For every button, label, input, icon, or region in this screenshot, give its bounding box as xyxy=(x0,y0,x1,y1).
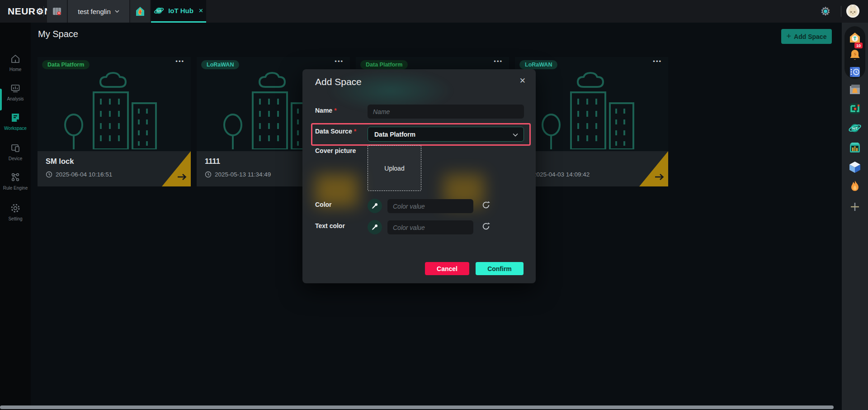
color-eyedropper-button[interactable] xyxy=(368,199,382,213)
plus-icon: + xyxy=(787,32,792,41)
add-app-button[interactable] xyxy=(848,200,862,214)
card-menu-button[interactable]: ••• xyxy=(175,58,184,65)
file-alert-icon[interactable] xyxy=(848,82,862,96)
rule-engine-icon xyxy=(10,172,21,183)
tab-iot-hub[interactable]: IoT IoT Hub ✕ xyxy=(151,0,206,23)
sidebar-item-setting[interactable]: Setting xyxy=(0,203,31,221)
card-tag: LoRaWAN xyxy=(519,60,557,69)
rule-graph-icon[interactable] xyxy=(848,102,862,115)
sidebar-label: Rule Engine xyxy=(3,186,28,191)
logo-text-prefix: NEUR xyxy=(8,6,36,17)
sidebar-label: Setting xyxy=(8,216,22,221)
sidebar-label: Home xyxy=(9,67,22,72)
iot-hub-app-icon[interactable]: IoT xyxy=(848,121,862,135)
home-colorful-icon xyxy=(134,5,146,17)
sidebar-item-home[interactable]: Home xyxy=(0,53,31,72)
iot-planet-text: IoT xyxy=(852,126,858,130)
required-asterisk: * xyxy=(334,107,336,114)
data-source-select[interactable]: Data Platform xyxy=(368,127,524,142)
card-footer: 2025-04-03 14:09:42 xyxy=(515,151,668,186)
topbar-right-divider xyxy=(841,6,841,17)
sidebar-item-rule-engine[interactable]: Rule Engine xyxy=(0,172,31,191)
logo-gear-icon: ⚙ xyxy=(36,7,44,16)
card-tag: LoRaWAN xyxy=(201,60,239,69)
tab-map[interactable] xyxy=(47,0,67,23)
name-field-label: Name* xyxy=(315,107,337,114)
refresh-icon xyxy=(481,222,491,231)
user-avatar[interactable] xyxy=(846,5,859,18)
sidebar-item-analysis[interactable]: Analysis xyxy=(0,83,31,101)
left-sidebar: Home Analysis Workspace Device xyxy=(0,23,31,410)
text-color-value-input[interactable] xyxy=(387,220,473,234)
fire-icon[interactable] xyxy=(848,180,862,193)
name-input[interactable] xyxy=(368,105,524,119)
color-reset-button[interactable] xyxy=(481,200,491,210)
clock-icon xyxy=(46,171,52,178)
page-title: My Space xyxy=(38,29,78,39)
cancel-button[interactable]: Cancel xyxy=(425,262,469,275)
color-field-label: Color xyxy=(315,201,332,208)
card-menu-button[interactable]: ••• xyxy=(494,58,503,65)
iot-planet-icon: IoT xyxy=(154,5,164,16)
tab-home[interactable] xyxy=(130,0,150,23)
neuron-logo: NEUR⚙N xyxy=(8,0,52,23)
plus-icon xyxy=(848,200,862,214)
upload-dropzone[interactable]: Upload xyxy=(368,145,421,191)
card-name: SM lock xyxy=(46,157,74,166)
add-space-modal: Add Space ✕ Name* Data Source* Data Plat… xyxy=(302,69,536,283)
logbook-icon[interactable] xyxy=(848,65,862,79)
chevron-down-icon xyxy=(115,10,119,13)
eyedropper-icon xyxy=(371,224,378,231)
card-menu-button[interactable]: ••• xyxy=(335,58,344,65)
asset-box-icon[interactable] xyxy=(848,141,862,154)
topbar-divider xyxy=(43,6,44,16)
space-card[interactable]: Data Platform ••• SM lock 2025-06-04 10:… xyxy=(38,57,191,186)
setting-gear-icon xyxy=(10,203,21,214)
required-asterisk: * xyxy=(354,128,356,135)
model-cube-icon[interactable] xyxy=(848,160,862,174)
project-tab-label: test fenglin xyxy=(78,8,111,15)
eyedropper-icon xyxy=(371,202,378,210)
sidebar-label: Device xyxy=(9,156,23,161)
card-timestamp: 2025-05-13 11:34:49 xyxy=(205,171,271,178)
iot-planet-text: IoT xyxy=(157,9,161,12)
card-tag: Data Platform xyxy=(360,60,408,69)
card-menu-button[interactable]: ••• xyxy=(653,58,662,65)
city-illustration xyxy=(528,69,656,149)
iot-hub-tab-label: IoT Hub xyxy=(168,7,193,14)
data-source-selected-value: Data Platform xyxy=(374,131,415,138)
tab-close-icon[interactable]: ✕ xyxy=(198,7,203,14)
sidebar-label: Analysis xyxy=(7,96,24,101)
add-space-button[interactable]: + Add Space xyxy=(781,29,832,44)
notifications-bell-icon[interactable] xyxy=(848,48,862,62)
space-card[interactable]: LoRaWAN ••• 2025-04-03 14:09:42 xyxy=(515,57,668,186)
card-open-arrow[interactable] xyxy=(162,151,191,186)
card-open-arrow[interactable] xyxy=(639,151,668,186)
text-color-eyedropper-button[interactable] xyxy=(368,220,382,234)
confirm-button[interactable]: Confirm xyxy=(476,262,524,275)
clock-icon xyxy=(205,171,212,178)
device-icon xyxy=(10,143,21,153)
card-footer: SM lock 2025-06-04 10:16:51 xyxy=(38,151,191,186)
card-timestamp: 2025-06-04 10:16:51 xyxy=(46,171,112,178)
right-sidebar: 10 xyxy=(842,23,868,410)
settings-gear-button[interactable]: ⚙ xyxy=(819,5,832,18)
tab-project[interactable]: test fenglin xyxy=(68,0,129,23)
card-name: 1111 xyxy=(205,157,220,166)
top-bar: NEUR⚙N test fenglin xyxy=(0,0,868,23)
text-color-field-label: Text color xyxy=(315,222,345,229)
map-icon xyxy=(52,6,62,17)
workspace-icon xyxy=(10,112,21,123)
data-source-field-label: Data Source* xyxy=(315,128,356,135)
text-color-reset-button[interactable] xyxy=(481,222,491,231)
color-value-input[interactable] xyxy=(387,199,473,213)
arrow-right-icon xyxy=(176,173,187,181)
sidebar-label: Workspace xyxy=(4,126,27,131)
sidebar-item-workspace[interactable]: Workspace xyxy=(0,112,31,131)
sidebar-item-device[interactable]: Device xyxy=(0,143,31,161)
modal-close-button[interactable]: ✕ xyxy=(519,76,526,86)
city-illustration xyxy=(50,69,179,149)
card-tag: Data Platform xyxy=(42,60,90,69)
app-window: NEUR⚙N test fenglin xyxy=(0,0,868,410)
horizontal-scrollbar[interactable] xyxy=(0,405,834,409)
